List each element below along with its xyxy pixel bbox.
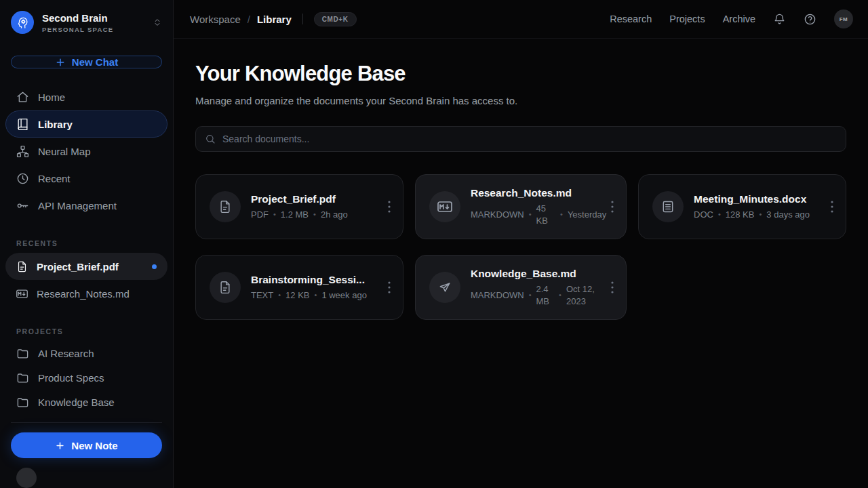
sidebar-item-home[interactable]: Home [5,83,167,110]
recents-section-header: RECENTS [16,239,157,247]
projects-list: AI Research Product Specs Knowledge Base [5,341,167,414]
book-icon [16,118,29,131]
document-menu-button[interactable] [384,277,395,298]
document-card-meeting-minutes[interactable]: Meeting_Minutes.docx DOC 128 KB 3 days a… [638,174,846,239]
main-content: Your Knowledge Base Manage and organize … [174,39,868,488]
breadcrumb-separator: / [248,14,250,25]
sidebar-footer [0,458,173,488]
document-size: 1.2 MB [281,209,309,221]
document-card-project-brief[interactable]: Project_Brief.pdf PDF 1.2 MB 2h ago [195,174,403,239]
network-icon [16,145,29,158]
unread-dot [152,264,157,269]
document-name: Knowledge_Base.md [471,268,599,280]
document-menu-button[interactable] [827,197,837,217]
document-card-brainstorming-session[interactable]: Brainstorming_Sessi... TEXT 12 KB 1 week… [195,255,403,320]
document-modified: 3 days ago [766,209,810,221]
help-button[interactable] [804,13,816,26]
document-type: MARKDOWN [471,209,524,221]
document-size: 45 KB [536,203,556,226]
topbar-actions: Research Projects Archive FM [610,9,853,28]
meta-separator [315,290,317,300]
project-item-label: Knowledge Base [38,396,115,408]
markdown-file-icon [429,191,460,222]
document-type: TEXT [251,289,273,302]
project-item-label: Product Specs [38,372,104,384]
document-card-knowledge-base[interactable]: Knowledge_Base.md MARKDOWN 2.4 MB Oct 12… [415,255,627,320]
document-modified: Yesterday [568,209,599,221]
sidebar-item-label: Home [38,92,65,103]
help-circle-icon [804,13,816,26]
folder-icon [16,371,29,384]
brand-logo-brain-icon [11,11,34,34]
folder-icon [16,347,29,360]
primary-nav: Home Library Neural Map Recent API Manag… [5,83,167,219]
kebab-icon [611,201,614,213]
sidebar-item-label: Library [38,119,73,130]
project-item-label: AI Research [38,348,94,359]
recent-item-label: Research_Notes.md [37,288,130,300]
key-icon [16,199,29,212]
sidebar-item-label: Neural Map [38,146,91,157]
project-item-ai-research[interactable]: AI Research [5,341,167,365]
page-title: Your Knowledge Base [195,62,846,86]
new-note-button[interactable]: New Note [11,432,162,458]
document-size: 2.4 MB [536,283,555,307]
document-size: 128 KB [726,209,755,221]
new-chat-label: New Chat [72,56,118,68]
meta-separator [313,209,316,220]
search-icon [205,134,216,144]
sidebar-item-library[interactable]: Library [5,110,167,138]
recent-item-research-notes[interactable]: Research_Notes.md [5,280,167,307]
topbar-divider [302,14,303,24]
meta-separator [560,209,563,220]
document-name: Project_Brief.pdf [251,193,376,205]
document-name: Brainstorming_Sessi... [251,274,376,286]
document-name: Meeting_Minutes.docx [694,193,818,205]
project-item-product-specs[interactable]: Product Specs [5,365,167,390]
document-meta: PDF 1.2 MB 2h ago [251,209,376,221]
top-nav-archive[interactable]: Archive [723,14,755,24]
document-type: PDF [251,209,269,221]
folder-icon [16,396,29,409]
bell-icon [773,13,786,26]
meta-separator [718,209,721,220]
breadcrumb-library: Library [257,14,292,25]
document-card-research-notes[interactable]: Research_Notes.md MARKDOWN 45 KB Yesterd… [415,174,627,239]
brand-name: Second Brain [42,12,144,24]
top-nav-research[interactable]: Research [610,14,652,24]
clock-icon [16,172,29,185]
document-menu-button[interactable] [384,197,395,217]
search-input[interactable] [222,134,837,144]
kebab-icon [388,201,391,213]
command-k-badge[interactable]: CMD+K [314,12,357,26]
sidebar-item-label: Recent [38,173,71,184]
document-menu-button[interactable] [607,197,618,217]
user-avatar-small[interactable] [16,468,37,488]
recent-item-label: Project_Brief.pdf [37,261,119,272]
breadcrumb-workspace[interactable]: Workspace [190,14,241,25]
document-name: Research_Notes.md [471,187,599,199]
sidebar-item-neural-map[interactable]: Neural Map [5,138,167,165]
meta-separator [529,290,532,300]
notifications-button[interactable] [773,13,786,26]
sidebar-divider [11,422,162,423]
recent-item-project-brief[interactable]: Project_Brief.pdf [5,253,167,280]
sidebar: Second Brain PERSONAL SPACE New Chat Hom… [0,0,174,488]
document-meta: MARKDOWN 2.4 MB Oct 12, 2023 [471,283,599,307]
document-modified: 2h ago [321,209,348,221]
kebab-icon [388,281,391,293]
project-item-knowledge-base[interactable]: Knowledge Base [5,390,167,414]
sidebar-item-api-management[interactable]: API Management [5,192,167,219]
file-text-icon [210,272,241,303]
sidebar-item-recent[interactable]: Recent [5,165,167,192]
user-avatar[interactable]: FM [834,9,853,28]
new-chat-button[interactable]: New Chat [11,56,162,68]
document-meta: MARKDOWN 45 KB Yesterday [471,203,599,226]
document-type: MARKDOWN [471,289,524,302]
document-menu-button[interactable] [607,277,618,298]
chevrons-up-down-icon[interactable] [153,18,162,27]
sidebar-item-label: API Management [38,200,117,211]
workspace-switcher[interactable]: Second Brain PERSONAL SPACE [0,0,173,34]
file-text-icon [210,191,241,222]
top-nav-projects[interactable]: Projects [669,14,705,24]
